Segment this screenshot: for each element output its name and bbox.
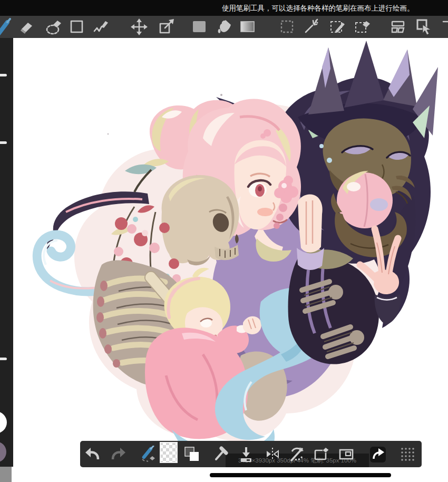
eraser-icon (17, 18, 35, 36)
curve-pen-tool[interactable] (92, 18, 110, 36)
move-tool[interactable] (130, 18, 148, 36)
flip-horizontal-button[interactable] (264, 446, 281, 462)
magic-wand-tool[interactable] (303, 18, 320, 36)
transform-icon (158, 18, 176, 36)
sidebar-handle-2[interactable] (0, 141, 7, 144)
undo-icon (84, 446, 101, 462)
eyedropper-button[interactable] (212, 446, 229, 462)
artwork[interactable] (13, 38, 448, 467)
white-color-dot[interactable] (0, 411, 7, 433)
move-icon (130, 18, 148, 36)
brush-eraser-toggle[interactable] (140, 446, 157, 462)
select-icon (278, 18, 296, 36)
left-sidebar (0, 38, 13, 467)
rectangle-tool[interactable] (68, 18, 86, 36)
toolbar-drag-handle[interactable] (399, 446, 416, 462)
color-swap-icon (183, 446, 200, 462)
clear-icon (313, 446, 330, 462)
reset-rotation-icon (288, 446, 305, 462)
operation-select-icon (415, 18, 433, 36)
eraser-tool[interactable] (17, 18, 35, 36)
color-swatch-icon (190, 18, 208, 36)
share-button[interactable] (369, 446, 386, 463)
select-eraser-tool[interactable] (354, 18, 372, 36)
color-swap-swatches[interactable] (183, 446, 200, 462)
brush-icon (0, 18, 13, 36)
share-icon (370, 447, 386, 462)
soft-eraser-tool[interactable] (45, 18, 63, 36)
soft-eraser-icon (45, 18, 63, 36)
bottom-left-strip (0, 467, 12, 482)
save-button[interactable] (238, 446, 255, 462)
select-pen-icon (329, 18, 347, 36)
canvas-area[interactable] (13, 38, 448, 467)
fill-bucket-tool[interactable] (215, 18, 233, 36)
transparent-color-swatch[interactable] (159, 444, 178, 461)
sidebar-handle-3[interactable] (0, 358, 7, 360)
bottom-toolbar: 3416×3930px 350dpi 44% 笔刷: 35px 100% (80, 441, 422, 467)
brush-eraser-icon (140, 446, 157, 462)
save-icon (238, 446, 255, 462)
gradient-tool[interactable] (239, 18, 257, 36)
redo-button[interactable] (110, 446, 127, 462)
gradient-icon (239, 18, 257, 36)
undo-button[interactable] (84, 446, 101, 462)
brush-tool[interactable] (0, 18, 13, 36)
divide-canvas-icon (389, 18, 407, 36)
skull-motif (162, 175, 239, 265)
notification-bar: 使用笔刷工具，可以选择各种各样的笔刷在画布上进行绘画。 (0, 0, 448, 16)
clear-button[interactable] (313, 446, 330, 462)
text-tool[interactable] (440, 18, 448, 36)
curve-pen-icon (92, 18, 110, 36)
magic-wand-icon (303, 18, 320, 36)
drag-handle-icon (400, 447, 415, 461)
purple-color-dot[interactable] (0, 441, 6, 462)
canvas-speck-2 (108, 133, 109, 135)
home-indicator[interactable] (210, 473, 391, 477)
frame-icon (338, 446, 355, 462)
frame-button[interactable] (338, 446, 355, 462)
select-tool[interactable] (278, 18, 296, 36)
color-swatch-tool[interactable] (190, 18, 208, 36)
operation-select-tool[interactable] (415, 18, 433, 36)
reset-rotation-button[interactable] (288, 446, 305, 462)
transform-tool[interactable] (158, 18, 176, 36)
text-icon (440, 18, 448, 36)
canvas-speck-1 (220, 94, 222, 96)
sidebar-handle-1[interactable] (0, 74, 7, 76)
eyedropper-icon (212, 446, 229, 462)
select-pen-tool[interactable] (329, 18, 347, 36)
share-button-background (370, 447, 386, 462)
flip-horizontal-icon (264, 446, 281, 462)
redo-icon (110, 446, 127, 462)
select-eraser-icon (354, 18, 372, 36)
divide-canvas-tool[interactable] (389, 18, 407, 36)
transparent-swatch-icon (160, 442, 178, 463)
fill-bucket-icon (215, 18, 233, 36)
notification-text: 使用笔刷工具，可以选择各种各样的笔刷在画布上进行绘画。 (222, 4, 414, 13)
rectangle-icon (68, 18, 86, 36)
top-toolbar (0, 16, 448, 38)
pale-hand (297, 194, 324, 270)
